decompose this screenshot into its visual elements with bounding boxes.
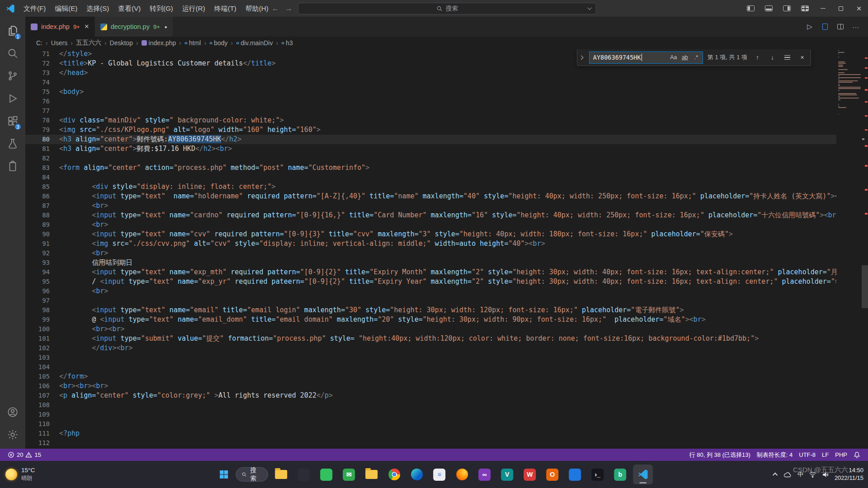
menu-item-6[interactable]: 终端(T) (210, 2, 241, 14)
clock[interactable]: 14:50 2022/11/15 (835, 467, 863, 482)
breadcrumb-item-五五六六[interactable]: 五五六六 (75, 39, 102, 47)
code-line-105[interactable]: 105</form> (25, 372, 836, 381)
match-case-toggle[interactable]: Aa (669, 52, 679, 62)
taskbar-terminal-icon[interactable]: ›_ (588, 465, 608, 484)
taskbar-file-explorer-icon[interactable] (271, 465, 291, 484)
code-line-100[interactable]: 100 <br><br> (25, 324, 836, 334)
code-line-108[interactable]: 108 (25, 400, 836, 410)
breadcrumb-item-h3[interactable]: ‹›h3 (280, 39, 294, 47)
menu-item-1[interactable]: 编辑(E) (50, 2, 82, 14)
activity-search[interactable] (2, 42, 24, 65)
activity-account[interactable] (2, 401, 24, 423)
activity-settings[interactable] (2, 423, 24, 446)
toggle-sidebar-icon[interactable] (741, 0, 760, 17)
language-mode[interactable]: PHP (832, 451, 850, 458)
code-line-110[interactable]: 110 (25, 419, 836, 429)
code-line-87[interactable]: 87 <br> (25, 201, 836, 211)
breadcrumb-item-Desktop[interactable]: Desktop (109, 39, 134, 47)
taskbar-firefox-icon[interactable] (452, 465, 472, 484)
code-line-89[interactable]: 89 <br> (25, 220, 836, 230)
command-search[interactable]: 搜索 (298, 3, 596, 14)
tab-index.php[interactable]: index.php9+× (25, 17, 95, 37)
breadcrumb-item-Users[interactable]: Users (50, 39, 69, 47)
breadcrumb-item-div.mainDiv[interactable]: ‹›div.mainDiv (235, 39, 274, 47)
taskbar-b-app-icon[interactable]: b (610, 465, 630, 484)
volume-icon[interactable] (822, 471, 829, 478)
taskbar-w-app-icon[interactable]: W (520, 465, 540, 484)
taskbar-edge-icon[interactable] (407, 465, 427, 484)
indentation[interactable]: 制表符长度: 4 (754, 451, 796, 459)
code-line-85[interactable]: 85 <div style="display: inline; float: c… (25, 182, 836, 192)
code-line-112[interactable]: 112 (25, 438, 836, 448)
activity-source-control[interactable] (2, 65, 24, 87)
taskbar-notes-app-icon[interactable]: ≡ (429, 465, 449, 484)
code-line-93[interactable]: 93 信用咭到期日 (25, 258, 836, 267)
taskbar-mail-icon[interactable]: ✉ (339, 465, 359, 484)
minimize-button[interactable] (814, 0, 832, 17)
encoding[interactable]: UTF-8 (796, 451, 819, 458)
scrollbar-thumb[interactable] (862, 265, 868, 308)
dirty-indicator[interactable]: ● (165, 24, 167, 29)
open-preview-icon[interactable] (818, 20, 832, 33)
taskbar-vscode-icon[interactable] (633, 465, 653, 484)
code-line-88[interactable]: 88 <input type="text" name="cardno" requ… (25, 211, 836, 220)
code-line-76[interactable]: 76 (25, 97, 836, 106)
taskbar-chat-app-icon[interactable] (565, 465, 585, 484)
code-line-81[interactable]: 81<h3 align="center">郵費:$17.16 HKD</h2><… (25, 144, 836, 154)
code-line-78[interactable]: 78<div class="mainDiv" style=" backgroun… (25, 116, 836, 125)
code-line-101[interactable]: 101 <input type="submit" value="提交" form… (25, 334, 836, 343)
code-line-106[interactable]: 106<br><br><br> (25, 381, 836, 391)
run-file-icon[interactable]: ▷ (803, 20, 816, 33)
activity-run-debug[interactable] (2, 87, 24, 110)
code-line-107[interactable]: 107<p align="center" style="color:grey;"… (25, 391, 836, 400)
menu-item-0[interactable]: 文件(F) (19, 2, 50, 14)
taskbar-wechat-icon[interactable] (316, 465, 336, 484)
toggle-replace-icon[interactable] (577, 49, 585, 66)
activity-report[interactable] (2, 155, 24, 178)
taskbar-visual-studio-icon[interactable]: ∞ (475, 465, 495, 484)
code-line-86[interactable]: 86 <input type="text" name="holdername" … (25, 192, 836, 201)
taskbar-media-app-icon[interactable] (294, 465, 314, 484)
breadcrumb-item-html[interactable]: ‹›html (184, 39, 202, 47)
code-area[interactable]: 71</style>72<title>KP - Global Logistics… (25, 49, 836, 449)
code-line-94[interactable]: 94 <input type="text" name="exp_mth" req… (25, 267, 836, 277)
next-match-icon[interactable]: ↓ (767, 52, 778, 63)
code-line-109[interactable]: 109 (25, 410, 836, 419)
menu-item-5[interactable]: 运行(R) (178, 2, 210, 14)
activity-testing[interactable] (2, 132, 24, 155)
code-line-79[interactable]: 79<img src="./css/KPlogo.png" alt="logo"… (25, 125, 836, 135)
minimap[interactable] (836, 49, 862, 449)
ime-indicator[interactable]: 中 (797, 470, 803, 479)
back-icon[interactable]: ← (272, 4, 279, 13)
menu-item-3[interactable]: 查看(V) (113, 2, 145, 14)
code-line-80[interactable]: 80<h3 align="center">郵件號碼:AY806369745HK<… (25, 135, 836, 144)
regex-toggle[interactable]: .* (691, 52, 701, 62)
more-actions-icon[interactable]: ··· (849, 20, 863, 33)
menu-item-2[interactable]: 选择(S) (82, 2, 113, 14)
breadcrumb-item-body[interactable]: ‹›body (208, 39, 228, 47)
tab-decryption.py[interactable]: decryption.py9+● (95, 17, 173, 37)
menu-item-4[interactable]: 转到(G) (145, 2, 178, 14)
code-line-84[interactable]: 84 (25, 173, 836, 182)
wifi-icon[interactable] (809, 471, 816, 478)
close-tab-icon[interactable]: × (85, 22, 89, 31)
eol-sequence[interactable]: LF (819, 451, 832, 458)
weather-widget[interactable]: 15°C 晴朗 (5, 467, 35, 482)
close-button[interactable]: × (850, 0, 868, 17)
split-editor-icon[interactable] (834, 20, 847, 33)
notifications-bell[interactable] (850, 451, 863, 458)
taskbar-v-app-icon[interactable]: V (497, 465, 517, 484)
code-line-99[interactable]: 99 @ <input type="text" name="email_domn… (25, 315, 836, 324)
hidden-icons-chevron-icon[interactable] (773, 473, 778, 478)
code-line-73[interactable]: 73</head> (25, 68, 836, 78)
code-line-97[interactable]: 97 (25, 296, 836, 305)
close-find-icon[interactable]: × (797, 52, 808, 63)
code-line-96[interactable]: 96 <br> (25, 286, 836, 296)
forward-icon[interactable]: → (285, 4, 292, 13)
code-line-102[interactable]: 102 </div><br> (25, 343, 836, 353)
code-line-75[interactable]: 75<body> (25, 87, 836, 97)
find-input[interactable]: AY806369745HK Aa ab .* (589, 52, 703, 64)
onedrive-cloud-icon[interactable] (783, 471, 792, 478)
whole-word-toggle[interactable]: ab (680, 52, 690, 62)
taskbar-search[interactable]: 搜索 (236, 467, 268, 482)
